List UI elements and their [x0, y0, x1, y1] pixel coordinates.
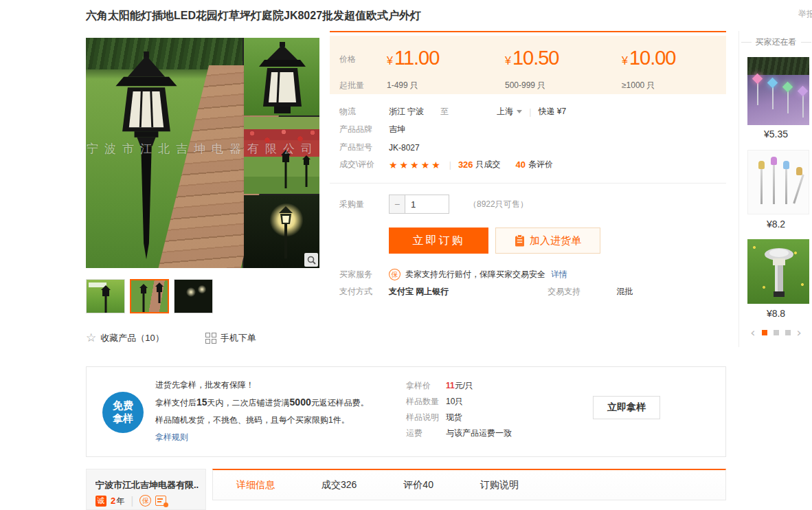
- order-now-button[interactable]: 立即订购: [389, 228, 488, 254]
- price-box: 价格 起批量 ¥11.00 ¥10.50 ¥10.00 1-499 只 500-…: [330, 31, 726, 94]
- details-link[interactable]: 详情: [551, 269, 567, 280]
- separator: |: [529, 107, 531, 117]
- sample-shipping-label: 运费: [406, 425, 446, 441]
- tab-reviews[interactable]: 评价40: [380, 470, 457, 500]
- payment-row: 支付方式 支付宝 网上银行 交易支持 混批: [330, 286, 726, 298]
- sample-price-unit: 元/只: [455, 381, 473, 390]
- related-product-3-image[interactable]: [747, 239, 809, 304]
- sample-qty-row: 样品数量 10只: [406, 394, 521, 410]
- sample-info: 拿样价 11元/只 样品数量 10只 样品说明 现货 运费 与该产品运费一致: [406, 378, 521, 441]
- light-stick: [757, 82, 758, 105]
- tier2-price: ¥10.50: [505, 47, 559, 69]
- magnifier-icon[interactable]: [304, 253, 318, 267]
- sample-rules-link[interactable]: 拿样规则: [155, 429, 369, 446]
- get-sample-button[interactable]: 立即拿样: [593, 396, 660, 419]
- bold-amount: 5000: [290, 397, 311, 408]
- trade-support-label: 交易支持: [538, 286, 597, 298]
- report-link[interactable]: 举报: [798, 8, 812, 20]
- member-years-suffix: 年: [116, 496, 124, 506]
- quantity-minus-button[interactable]: −: [389, 195, 405, 214]
- thumbnail-1[interactable]: [86, 279, 125, 313]
- seller-name[interactable]: 宁波市江北吉坤电器有限...: [95, 479, 199, 491]
- text: 天内，二次店铺进货满: [207, 398, 290, 408]
- sample-price-row: 拿样价 11元/只: [406, 378, 521, 394]
- related-product-1-image[interactable]: [747, 57, 809, 125]
- stake: [760, 168, 763, 204]
- quantity-input[interactable]: [405, 195, 449, 214]
- favorite-button[interactable]: 收藏产品（10）: [100, 332, 163, 344]
- prev-arrow-icon[interactable]: ‹: [750, 326, 755, 339]
- sample-price-number: 11: [446, 381, 455, 390]
- guarantee-icon: 保: [389, 269, 401, 280]
- sample-note-label: 样品说明: [406, 410, 446, 425]
- title-rule-right: [801, 42, 811, 43]
- free-sample-section: 免费 拿样 进货先拿样，批发有保障！ 拿样支付后15天内，二次店铺进货满5000…: [86, 366, 726, 457]
- payment-methods: 支付宝 网上银行: [389, 286, 449, 298]
- brand-value: 吉坤: [389, 124, 405, 135]
- detail-tabbar: 详细信息 成交326 评价40 订购说明: [212, 469, 726, 500]
- tab-detail-info[interactable]: 详细信息: [213, 470, 298, 500]
- sample-shipping-value: 与该产品运费一致: [446, 425, 521, 441]
- related-product-2-image[interactable]: [747, 150, 809, 214]
- sample-line-2: 拿样支付后15天内，二次店铺进货满5000元返还样品费。: [155, 394, 369, 412]
- brand-label: 产品品牌: [330, 124, 389, 135]
- title-rule-left: [741, 42, 752, 43]
- thumbnail-2-selected[interactable]: [130, 279, 169, 313]
- next-arrow-icon[interactable]: ›: [797, 326, 802, 339]
- contract-icon: [155, 496, 166, 506]
- related-product-1-price: ¥5.35: [739, 129, 812, 140]
- reviews-count[interactable]: 40: [516, 159, 526, 170]
- sample-price-label: 拿样价: [406, 378, 446, 394]
- model-row: 产品型号 JK-8027: [330, 142, 726, 153]
- thumb-lamp-figure: [99, 285, 113, 313]
- seller-card[interactable]: 宁波市江北吉坤电器有限... 诚 2年 | 保: [86, 469, 206, 510]
- related-product-3-price: ¥8.8: [739, 308, 812, 319]
- section-divider: [330, 183, 726, 184]
- qr-code-icon: [205, 333, 216, 344]
- steel-lamp-figure: [764, 246, 794, 301]
- main-product-image[interactable]: 宁波市江北吉坤电器有限公司: [86, 38, 319, 268]
- tab-deals[interactable]: 成交326: [298, 470, 380, 500]
- integrity-badge-icon: 诚: [95, 496, 106, 507]
- hedge: [747, 57, 809, 75]
- thumbnail-3[interactable]: [174, 279, 213, 313]
- chevron-down-icon[interactable]: [517, 110, 522, 113]
- stake: [793, 175, 804, 204]
- bulb-amber: [796, 167, 802, 175]
- photo-lamp-closeup: [244, 38, 319, 115]
- badge-line1: 免费: [113, 399, 133, 412]
- logistics-label: 物流: [330, 106, 389, 118]
- glowing-lamp-figure: [277, 206, 295, 260]
- diamond-light-green: [782, 82, 793, 93]
- moq-label: 起批量: [339, 80, 364, 91]
- tier2-qty: 500-999 只: [505, 80, 545, 91]
- mobile-order-button[interactable]: 手机下单: [221, 332, 256, 344]
- tier3-qty: ≥1000 只: [622, 80, 655, 91]
- clipboard-icon: [515, 234, 525, 247]
- available-stock: （8922只可售）: [469, 199, 528, 210]
- tab-order-instructions[interactable]: 订购说明: [457, 470, 542, 500]
- add-to-cart-label: 加入进货单: [530, 234, 581, 247]
- rating-label: 成交\评价: [330, 159, 389, 170]
- deals-count[interactable]: 326: [458, 159, 473, 170]
- ship-to-dropdown[interactable]: 上海: [497, 106, 513, 118]
- sample-shipping-row: 运费 与该产品运费一致: [406, 425, 521, 441]
- stake: [785, 168, 787, 204]
- tier3-amount: 10.00: [629, 47, 676, 69]
- quantity-stepper: −: [389, 195, 449, 214]
- logistics-row: 物流 浙江 宁波 至 上海 | 快递 ¥7: [330, 106, 726, 118]
- member-years-number: 2: [111, 496, 115, 506]
- add-to-cart-button[interactable]: 加入进货单: [495, 228, 600, 254]
- sample-line-3: 样品随机发货，不挑色、挑码，且每个买家限购1件。: [155, 412, 369, 429]
- guarantee-icon: 保: [139, 495, 151, 507]
- lamp-head-figure: [256, 42, 308, 115]
- sample-description: 进货先拿样，批发有保障！ 拿样支付后15天内，二次店铺进货满5000元返还样品费…: [155, 377, 369, 446]
- page-dot-3[interactable]: [785, 330, 791, 335]
- diamond-light-blue: [767, 78, 778, 89]
- light-stick: [787, 90, 789, 113]
- sidebar-title: 买家还在看: [739, 36, 812, 48]
- page-dot-1-active[interactable]: [762, 330, 767, 335]
- sample-note-row: 样品说明 现货: [406, 410, 521, 425]
- quantity-label: 采购量: [330, 199, 389, 210]
- page-dot-2[interactable]: [774, 330, 779, 335]
